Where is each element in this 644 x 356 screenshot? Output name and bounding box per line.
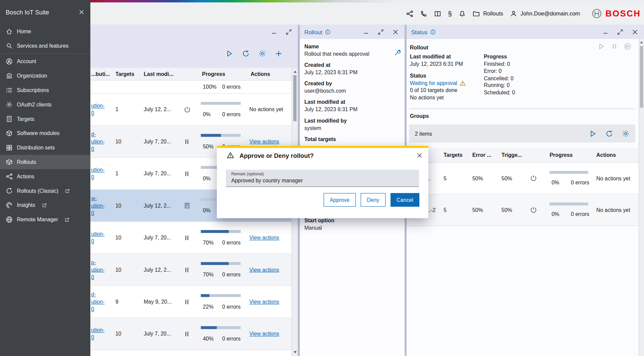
play-icon[interactable] [598, 43, 605, 50]
distribution-link[interactable]: d- [91, 130, 115, 138]
deny-button[interactable]: Deny [361, 193, 385, 207]
column-header-targets[interactable]: Targets [444, 152, 462, 158]
column-header-last-modified[interactable]: Last modi... [144, 71, 173, 77]
minimize-icon[interactable] [363, 29, 369, 35]
sidebar-item-account[interactable]: Account [0, 54, 90, 69]
distribution-link[interactable]: p- [91, 259, 115, 266]
sidebar: Bosch IoT Suite Home Services and featur… [0, 0, 90, 356]
form-icon [184, 202, 200, 209]
distribution-link[interactable]: 0 [91, 334, 115, 341]
sidebar-item-organization[interactable]: Organization [0, 69, 90, 83]
column-header-actions[interactable]: Actions [596, 152, 616, 158]
distribution-link[interactable]: ution- [91, 326, 115, 334]
sidebar-item-subscriptions[interactable]: Subscriptions [0, 83, 90, 97]
view-actions-link[interactable]: View actions [249, 234, 290, 240]
share-icon[interactable] [406, 10, 413, 17]
distribution-link[interactable]: ution- [91, 102, 115, 109]
sidebar-item-targets[interactable]: Targets [0, 112, 90, 126]
group-row[interactable]: ...-2 5 50% 50% 0%0 errors No actions ye… [407, 194, 639, 226]
scroll-down-icon[interactable] [292, 350, 298, 354]
remark-input[interactable] [231, 177, 415, 183]
refresh-icon[interactable] [242, 49, 249, 57]
info-icon[interactable] [430, 29, 435, 35]
view-actions-link[interactable]: View actions [249, 299, 290, 305]
add-icon[interactable] [275, 49, 282, 57]
distribution-link[interactable]: d- [91, 291, 115, 298]
expand-icon[interactable] [285, 29, 292, 35]
view-actions-link[interactable]: View actions [249, 267, 290, 273]
distribution-link[interactable]: ution- [91, 202, 115, 209]
waiting-for-approval-link[interactable]: Waiting for approval [410, 80, 466, 87]
play-icon[interactable] [589, 130, 597, 137]
column-header-distribution[interactable]: ...buti... [91, 71, 110, 77]
sidebar-item-rollouts-classic[interactable]: Rollouts (Classic) [0, 184, 90, 198]
refresh-icon[interactable] [605, 130, 613, 137]
info-icon[interactable] [325, 29, 330, 35]
sidebar-item-services-and-features[interactable]: Services and features [0, 39, 90, 53]
close-icon[interactable] [416, 152, 422, 158]
column-header-trigger[interactable]: Trigge... [502, 152, 522, 158]
distribution-link[interactable]: 0 [91, 209, 115, 217]
distribution-link[interactable]: w- [91, 194, 115, 202]
distribution-link[interactable]: 0 [91, 109, 115, 117]
group-row[interactable]: ... 5 50% 50% 0%0 errors No actions yet [407, 163, 639, 194]
scrollbar-thumb[interactable] [293, 75, 296, 121]
sidebar-item-insights[interactable]: Insights [0, 198, 90, 213]
expand-icon[interactable] [617, 29, 624, 35]
targets-cell: 10 [116, 190, 140, 221]
column-header-targets[interactable]: Targets [116, 71, 134, 77]
expand-icon[interactable] [377, 29, 384, 35]
state-cell [184, 318, 200, 350]
view-actions-link[interactable]: View actions [249, 331, 290, 337]
sidebar-item-software-modules[interactable]: Software modules [0, 126, 90, 141]
columns-icon[interactable] [434, 10, 441, 17]
tools-icon[interactable] [394, 49, 401, 56]
sidebar-item-oauth2-clients[interactable]: OAuth2 clients [0, 97, 90, 112]
distribution-link[interactable]: 0 [91, 238, 115, 245]
scrollbar-thumb[interactable] [640, 46, 643, 107]
phone-icon[interactable] [420, 10, 427, 17]
distribution-link[interactable]: 0 [91, 174, 115, 181]
column-header-progress[interactable]: Progress [550, 152, 573, 158]
progress-percent: 100% [203, 84, 222, 90]
paragraph-icon[interactable]: § [448, 10, 452, 17]
gear-icon[interactable] [258, 49, 266, 57]
sidebar-item-distribution-sets[interactable]: Distribution sets [0, 140, 90, 155]
state-cell [184, 126, 200, 157]
pause-icon[interactable] [611, 43, 618, 50]
sidebar-item-remote-manager[interactable]: Remote Manager [0, 212, 90, 227]
scroll-up-icon[interactable] [292, 70, 298, 74]
column-header-actions[interactable]: Actions [250, 71, 270, 77]
sidebar-item-rollouts[interactable]: Rollouts [0, 155, 90, 169]
close-icon[interactable] [79, 9, 85, 15]
bell-icon[interactable] [459, 10, 466, 17]
distribution-link[interactable]: ution- [91, 166, 115, 174]
distribution-link[interactable]: ution- [91, 298, 115, 305]
vertical-scrollbar[interactable] [639, 39, 644, 356]
distribution-link[interactable]: 0 [91, 305, 115, 313]
distribution-link[interactable]: ution- [91, 266, 115, 273]
close-icon[interactable] [392, 29, 399, 35]
column-header-error[interactable]: Error ... [472, 152, 492, 158]
distribution-link[interactable]: ution- [91, 230, 115, 238]
sidebar-item-actions[interactable]: Actions [0, 169, 90, 184]
view-actions-link[interactable]: View actions [249, 138, 290, 144]
approve-button[interactable]: Approve [324, 193, 356, 207]
state-cell [184, 190, 200, 221]
distribution-link[interactable]: 0 [91, 145, 115, 152]
distribution-link[interactable]: ution- [91, 138, 115, 145]
gear-icon[interactable] [622, 130, 630, 137]
user-menu[interactable]: John.Doe@domain.com [510, 10, 580, 17]
context-rollouts[interactable]: Rollouts [473, 10, 503, 17]
skip-icon[interactable] [624, 43, 631, 50]
sidebar-item-home[interactable]: Home [0, 24, 90, 39]
cancel-button[interactable]: Cancel [390, 193, 419, 207]
column-header-progress[interactable]: Progress [202, 71, 225, 77]
distribution-link[interactable]: 0 [91, 273, 115, 281]
minimize-icon[interactable] [271, 29, 277, 35]
scroll-up-icon[interactable] [639, 41, 644, 44]
close-icon[interactable] [632, 29, 638, 35]
play-icon[interactable] [226, 49, 233, 57]
pause-icon [184, 138, 200, 145]
minimize-icon[interactable] [602, 29, 609, 35]
